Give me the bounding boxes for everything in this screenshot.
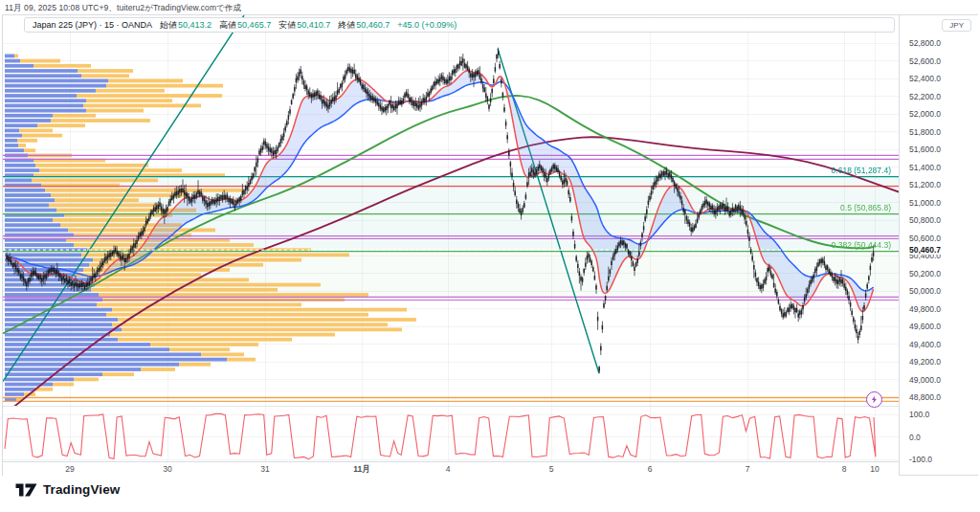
price-axis[interactable]: JPY 50,460.7 52,800.052,600.052,400.052,…	[899, 15, 978, 475]
time-label: 31	[251, 464, 279, 474]
price-tick: 51,000.0	[909, 198, 941, 208]
price-chart-canvas[interactable]	[3, 15, 899, 461]
time-axis[interactable]: 29303111月4567810	[3, 461, 899, 476]
time-label: 5	[537, 464, 566, 474]
currency-badge: JPY	[942, 19, 971, 32]
price-tick: 51,400.0	[909, 163, 941, 172]
open-label: 始値	[160, 20, 177, 30]
oscillator-tick: 0.0	[909, 433, 921, 442]
high-value: 50,465.7	[237, 20, 271, 30]
time-label: 29	[56, 464, 84, 474]
tradingview-logo-text: TradingView	[43, 482, 120, 497]
price-tick: 49,400.0	[909, 340, 941, 349]
price-tick: 49,800.0	[909, 304, 941, 314]
price-tick: 52,800.0	[909, 38, 941, 48]
chart-legend: Japan 225 (JPY) · 15 · OANDA 始値50,413.2 …	[24, 17, 895, 33]
price-tick: 52,400.0	[909, 74, 941, 83]
price-tick: 50,600.0	[909, 234, 941, 243]
price-tick: 48,800.0	[909, 392, 941, 402]
high-label: 高値	[219, 20, 236, 30]
lightning-icon	[870, 395, 879, 404]
fib-level-label: 0.618 (51,287.4)	[776, 166, 891, 175]
symbol-title: Japan 225 (JPY) · 15 · OANDA	[33, 20, 152, 30]
oscillator-tick: 100.0	[909, 410, 929, 419]
price-tick: 51,800.0	[909, 127, 941, 137]
price-tick: 51,600.0	[909, 145, 941, 154]
change-value: +45.0 (+0.09%)	[397, 20, 457, 30]
price-tick: 52,200.0	[909, 92, 941, 101]
fib-level-label: 0.5 (50,865.8)	[776, 203, 891, 212]
time-label: 10	[860, 464, 889, 474]
price-tick: 50,000.0	[909, 286, 941, 296]
price-tick: 49,200.0	[909, 357, 941, 367]
price-tick: 49,600.0	[909, 322, 941, 331]
close-label: 終値	[338, 20, 355, 30]
price-tick: 50,800.0	[909, 215, 941, 225]
close-value: 50,460.7	[356, 20, 390, 30]
price-tick: 51,200.0	[909, 180, 941, 189]
time-label: 4	[434, 464, 462, 474]
price-tick: 52,600.0	[909, 56, 941, 66]
low-value: 50,410.7	[297, 20, 330, 30]
ohlc-low: 安値50,410.7	[278, 19, 330, 32]
tradingview-logo-icon	[15, 483, 37, 497]
pane-separator[interactable]	[3, 406, 977, 407]
fib-level-label: 0.382 (50,444.3)	[776, 240, 891, 250]
time-label: 7	[733, 464, 762, 474]
ohlc-open: 始値50,413.2	[160, 19, 212, 32]
snapshot-attribution: 11月 09, 2025 10:08 UTC+9、tuiteru2がTradin…	[5, 3, 241, 14]
ohlc-high: 高値50,465.7	[219, 19, 271, 32]
tradingview-snapshot: 11月 09, 2025 10:08 UTC+9、tuiteru2がTradin…	[0, 0, 980, 512]
open-value: 50,413.2	[178, 20, 212, 30]
price-tick: 52,000.0	[909, 109, 941, 119]
oscillator-tick: -100.0	[909, 455, 932, 464]
low-label: 安値	[278, 20, 296, 30]
time-label: 6	[635, 464, 664, 474]
tradingview-logo[interactable]: TradingView	[15, 482, 120, 497]
price-tick: 49,000.0	[909, 375, 941, 385]
time-label: 8	[830, 464, 858, 474]
price-tick: 50,200.0	[909, 269, 941, 278]
ohlc-close: 終値50,460.7	[338, 19, 390, 32]
time-label: 30	[153, 464, 182, 474]
last-price-label: 50,460.7	[907, 245, 943, 255]
chart-frame: Japan 225 (JPY) · 15 · OANDA 始値50,413.2 …	[2, 14, 978, 476]
time-label: 11月	[347, 464, 376, 476]
